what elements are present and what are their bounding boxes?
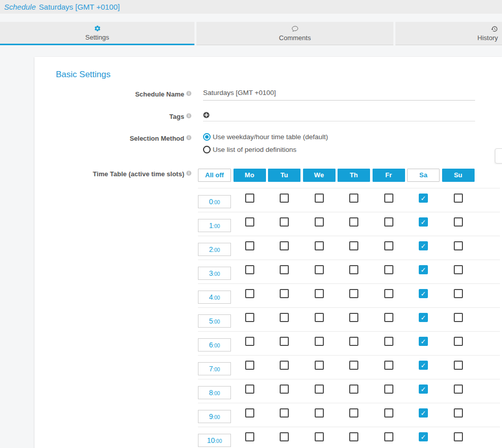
timeslot-checkbox-tu-1:00[interactable] (280, 217, 289, 227)
timeslot-checkbox-fr-5:00[interactable] (384, 313, 393, 322)
timeslot-checkbox-we-8:00[interactable] (315, 385, 324, 394)
timeslot-checkbox-tu-4:00[interactable] (280, 289, 289, 298)
timeslot-checkbox-su-3:00[interactable] (454, 265, 463, 274)
timeslot-checkbox-we-10:00[interactable] (315, 432, 324, 441)
timeslot-checkbox-su-0:00[interactable] (454, 194, 463, 203)
all-off-button[interactable]: All off (198, 169, 231, 182)
timeslot-checkbox-th-5:00[interactable] (349, 313, 358, 322)
timeslot-checkbox-tu-9:00[interactable] (280, 408, 289, 418)
timeslot-checkbox-sa-4:00[interactable] (419, 289, 428, 298)
timeslot-checkbox-tu-6:00[interactable] (280, 337, 289, 346)
timeslot-checkbox-sa-2:00[interactable] (419, 241, 428, 250)
timeslot-checkbox-su-7:00[interactable] (454, 361, 463, 370)
timeslot-checkbox-su-4:00[interactable] (454, 289, 463, 298)
timeslot-checkbox-we-3:00[interactable] (315, 265, 324, 274)
timeslot-checkbox-th-9:00[interactable] (349, 408, 358, 418)
hour-button-1:00[interactable]: 1:00 (198, 219, 231, 232)
timeslot-checkbox-fr-6:00[interactable] (384, 337, 393, 346)
timeslot-checkbox-fr-0:00[interactable] (384, 194, 393, 203)
side-panel-handle[interactable] (495, 148, 502, 164)
hour-button-7:00[interactable]: 7:00 (198, 362, 231, 375)
timeslot-checkbox-we-2:00[interactable] (315, 241, 324, 250)
timeslot-checkbox-mo-9:00[interactable] (245, 408, 254, 418)
timeslot-checkbox-we-6:00[interactable] (315, 337, 324, 346)
timeslot-checkbox-mo-5:00[interactable] (245, 313, 254, 322)
timeslot-checkbox-tu-0:00[interactable] (280, 194, 289, 203)
timeslot-checkbox-su-6:00[interactable] (454, 337, 463, 346)
day-toggle-mo[interactable]: Mo (233, 169, 266, 182)
day-toggle-su[interactable]: Su (442, 169, 475, 182)
hour-button-8:00[interactable]: 8:00 (198, 386, 231, 399)
timeslot-checkbox-we-5:00[interactable] (315, 313, 324, 322)
timeslot-checkbox-tu-10:00[interactable] (280, 432, 289, 441)
timeslot-checkbox-su-5:00[interactable] (454, 313, 463, 322)
hour-button-6:00[interactable]: 6:00 (198, 338, 231, 351)
timeslot-checkbox-mo-0:00[interactable] (245, 194, 254, 203)
timeslot-checkbox-th-1:00[interactable] (349, 217, 358, 227)
timeslot-checkbox-th-2:00[interactable] (349, 241, 358, 250)
timeslot-checkbox-fr-4:00[interactable] (384, 289, 393, 298)
tab-settings[interactable]: Settings (0, 22, 194, 45)
day-toggle-sa[interactable]: Sa (407, 169, 440, 182)
timeslot-checkbox-we-9:00[interactable] (315, 408, 324, 418)
timeslot-checkbox-we-7:00[interactable] (315, 361, 324, 370)
timeslot-checkbox-su-9:00[interactable] (454, 408, 463, 418)
timeslot-checkbox-we-0:00[interactable] (315, 194, 324, 203)
timeslot-checkbox-fr-2:00[interactable] (384, 241, 393, 250)
timeslot-checkbox-we-4:00[interactable] (315, 289, 324, 298)
day-toggle-tu[interactable]: Tu (268, 169, 300, 182)
timeslot-checkbox-mo-4:00[interactable] (245, 289, 254, 298)
timeslot-checkbox-th-10:00[interactable] (349, 432, 358, 441)
timeslot-checkbox-fr-1:00[interactable] (384, 217, 393, 227)
timeslot-checkbox-sa-1:00[interactable] (419, 217, 428, 227)
timeslot-checkbox-tu-5:00[interactable] (280, 313, 289, 322)
radio-weekday-time-table[interactable] (203, 133, 211, 141)
timeslot-checkbox-fr-7:00[interactable] (384, 361, 393, 370)
hour-button-4:00[interactable]: 4:00 (198, 291, 231, 304)
timeslot-checkbox-su-1:00[interactable] (454, 217, 463, 227)
timeslot-checkbox-su-8:00[interactable] (454, 385, 463, 394)
timeslot-checkbox-sa-0:00[interactable] (419, 194, 428, 203)
hour-button-10:00[interactable]: 10:00 (198, 434, 231, 447)
timeslot-checkbox-tu-8:00[interactable] (280, 385, 289, 394)
tab-comments[interactable]: Comments (196, 22, 393, 45)
hour-button-5:00[interactable]: 5:00 (198, 314, 231, 328)
timeslot-checkbox-mo-7:00[interactable] (245, 361, 254, 370)
timeslot-checkbox-su-10:00[interactable] (454, 432, 463, 441)
timeslot-checkbox-mo-1:00[interactable] (245, 217, 254, 227)
timeslot-checkbox-sa-8:00[interactable] (419, 385, 428, 394)
day-toggle-fr[interactable]: Fr (373, 169, 405, 182)
timeslot-checkbox-sa-7:00[interactable] (419, 361, 428, 370)
timeslot-checkbox-tu-2:00[interactable] (280, 241, 289, 250)
timeslot-checkbox-sa-5:00[interactable] (419, 313, 428, 322)
timeslot-checkbox-fr-9:00[interactable] (384, 408, 393, 418)
timeslot-checkbox-mo-6:00[interactable] (245, 337, 254, 346)
hour-button-3:00[interactable]: 3:00 (198, 267, 231, 280)
timeslot-checkbox-fr-3:00[interactable] (384, 265, 393, 274)
radio-period-definitions[interactable] (203, 146, 211, 153)
timeslot-checkbox-we-1:00[interactable] (315, 217, 324, 227)
timeslot-checkbox-fr-10:00[interactable] (384, 432, 393, 441)
timeslot-checkbox-mo-10:00[interactable] (245, 432, 254, 441)
timeslot-checkbox-fr-8:00[interactable] (384, 385, 393, 394)
timeslot-checkbox-mo-8:00[interactable] (245, 385, 254, 394)
tab-history[interactable]: History (395, 22, 502, 45)
day-toggle-th[interactable]: Th (338, 169, 370, 182)
timeslot-checkbox-mo-2:00[interactable] (245, 241, 254, 250)
timeslot-checkbox-th-8:00[interactable] (349, 385, 358, 394)
hour-button-2:00[interactable]: 2:00 (198, 243, 231, 256)
timeslot-checkbox-th-3:00[interactable] (349, 265, 358, 274)
timeslot-checkbox-th-4:00[interactable] (349, 289, 358, 298)
hour-button-9:00[interactable]: 9:00 (198, 410, 231, 423)
timeslot-checkbox-sa-10:00[interactable] (419, 432, 428, 441)
timeslot-checkbox-th-6:00[interactable] (349, 337, 358, 346)
timeslot-checkbox-tu-3:00[interactable] (280, 265, 289, 274)
day-toggle-we[interactable]: We (303, 169, 336, 182)
add-tag-button[interactable] (203, 111, 210, 118)
timeslot-checkbox-mo-3:00[interactable] (245, 265, 254, 274)
timeslot-checkbox-sa-9:00[interactable] (419, 408, 428, 418)
timeslot-checkbox-th-0:00[interactable] (349, 194, 358, 203)
hour-button-0:00[interactable]: 0:00 (198, 195, 231, 208)
timeslot-checkbox-th-7:00[interactable] (349, 361, 358, 370)
timeslot-checkbox-su-2:00[interactable] (454, 241, 463, 250)
